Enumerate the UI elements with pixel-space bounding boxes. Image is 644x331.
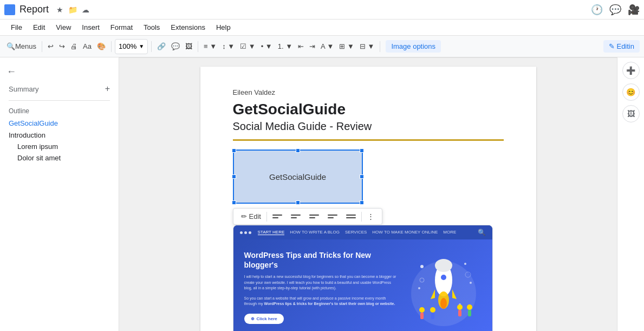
right-panel: ➕ 😊 🖼 [617,57,644,331]
app-icon [4,4,15,15]
website-hero-text: WordPress Tips and Tricks for New blogge… [244,250,397,324]
handle-top-middle[interactable] [296,148,300,153]
zoom-select[interactable]: 100% ▼ [115,39,148,54]
nav-link-blog[interactable]: HOW TO WRITE A BLOG [290,230,340,235]
right-panel-add-button[interactable]: ➕ [622,62,640,79]
image-more-options-button[interactable]: ⋮ [364,211,378,222]
toolbar-divider-1 [42,41,42,52]
handle-middle-right[interactable] [360,174,364,179]
column-button[interactable]: ⊞ ▼ [337,39,356,54]
star-icon[interactable]: ★ [54,4,65,15]
selected-image-box[interactable]: GetSocialGuide [233,150,363,204]
menu-format[interactable]: Format [106,21,137,34]
svg-rect-35 [431,313,434,319]
website-hero-desc1: I will help to start a new successful bl… [244,274,397,291]
image-container[interactable]: GetSocialGuide [233,150,504,204]
menu-edit[interactable]: Edit [29,21,49,34]
checklist-button[interactable]: ☑ ▼ [238,39,257,54]
image-edit-button[interactable]: ✏ Edit [238,211,264,222]
undo-button[interactable]: ↩ [45,39,56,54]
website-cta-button[interactable]: ⊕ Click here [244,314,284,324]
comment-toolbar-button[interactable]: 💬 [169,39,182,54]
main-layout: ← Summary + Outline GetSocialGuide Intro… [0,57,644,331]
format-options-button[interactable]: ⊟ ▼ [357,39,376,54]
menu-bar: File Edit View Insert Format Tools Exten… [0,20,644,36]
nav-link-start[interactable]: START HERE [258,230,285,235]
menus-button[interactable]: 🔍 Menus [4,39,38,54]
website-search-icon[interactable]: 🔍 [478,229,486,236]
menu-file[interactable]: File [6,21,27,34]
top-bar-right: 🕐 💬 🎥 [591,4,640,16]
svg-point-28 [418,287,420,289]
nav-link-services[interactable]: SERVICES [345,230,367,235]
handle-top-right[interactable] [360,148,364,153]
spell-check-button[interactable]: Aa [81,39,94,54]
menu-help[interactable]: Help [212,21,235,34]
handle-middle-left[interactable] [232,174,236,179]
top-bar-icons: ★ 📁 ☁ [54,4,91,15]
sidebar-item-getsocialguide[interactable]: GetSocialGuide [0,117,119,129]
sidebar-back-button[interactable]: ← [0,64,119,82]
editing-button[interactable]: ✎ Editin [603,40,640,53]
meet-icon[interactable]: 🎥 [628,4,640,16]
indent-decrease-button[interactable]: ⇤ [296,39,306,54]
website-hero-title: WordPress Tips and Tricks for New blogge… [244,250,397,270]
comment-icon[interactable]: 💬 [609,4,621,16]
align-wrap-icon [309,213,319,220]
image-align-inline-button[interactable] [269,211,285,222]
menu-view[interactable]: View [51,21,75,34]
highlight-button[interactable]: A ▼ [318,39,336,54]
svg-rect-33 [420,313,424,319]
indent-increase-button[interactable]: ⇥ [307,39,317,54]
handle-bottom-left[interactable] [232,200,236,205]
zoom-chevron: ▼ [139,43,144,49]
nav-link-money[interactable]: HOW TO MAKE MONEY ONLINE [372,230,438,235]
sidebar-item-introduction[interactable]: Introduction [0,129,119,141]
image-align-wrap-left-button[interactable] [288,211,304,222]
line-spacing-button[interactable]: ↕ ▼ [220,39,237,54]
cloud-icon[interactable]: ☁ [80,4,91,15]
align-button[interactable]: ≡ ▼ [201,39,219,54]
redo-button[interactable]: ↪ [57,39,67,54]
image-options-button[interactable]: Image options [386,40,441,53]
image-box-text: GetSocialGuide [269,172,326,181]
menu-tools[interactable]: Tools [139,21,164,34]
bullet-list-button[interactable]: • ▼ [259,39,275,54]
website-rocket-image [406,250,482,331]
back-arrow-icon: ← [6,66,16,77]
image-align-wrap-right-button[interactable] [324,211,341,222]
right-panel-emoji-button[interactable]: 😊 [622,83,640,101]
align-wrap-left-icon [291,213,301,220]
folder-icon[interactable]: 📁 [67,4,78,15]
svg-point-38 [467,304,472,310]
nav-link-more[interactable]: MORE [443,230,456,235]
img-tb-divider-1 [266,212,267,222]
link-button[interactable]: 🔗 [155,39,168,54]
image-align-break-button[interactable] [343,211,359,222]
image-align-wrap-button[interactable] [306,211,322,222]
number-list-button[interactable]: 1. ▼ [276,39,295,54]
menu-extensions[interactable]: Extensions [166,21,210,34]
svg-rect-37 [458,310,461,316]
print-button[interactable]: 🖨 [68,39,80,54]
handle-bottom-right[interactable] [360,200,364,205]
right-panel-image-button[interactable]: 🖼 [622,105,640,122]
document-page: Eileen Valdez GetSocialGuide Social Medi… [200,67,536,331]
sidebar-item-dolor-sit-amet[interactable]: Dolor sit amet [0,152,119,164]
svg-point-27 [470,282,472,284]
align-inline-icon [272,213,282,220]
sidebar-summary-row: Summary + [0,82,119,96]
sidebar-item-lorem-ipsum[interactable]: Lorem ipsum [0,141,119,152]
summary-add-button[interactable]: + [105,84,110,94]
document-subtitle: Social Media Guide - Review [233,120,504,133]
history-icon[interactable]: 🕐 [591,4,603,16]
handle-top-left[interactable] [232,148,236,153]
svg-point-32 [419,307,425,313]
svg-point-19 [435,259,452,272]
menu-insert[interactable]: Insert [77,21,104,34]
handle-bottom-middle[interactable] [296,200,300,205]
paint-format-button[interactable]: 🎨 [95,39,108,54]
image-insert-button[interactable]: 🖼 [183,39,194,54]
svg-point-24 [440,298,447,309]
svg-point-36 [457,304,463,310]
